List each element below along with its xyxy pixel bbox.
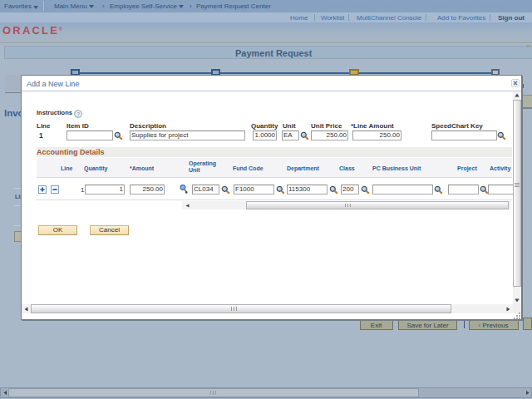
svg-text:?: ? xyxy=(76,111,80,117)
